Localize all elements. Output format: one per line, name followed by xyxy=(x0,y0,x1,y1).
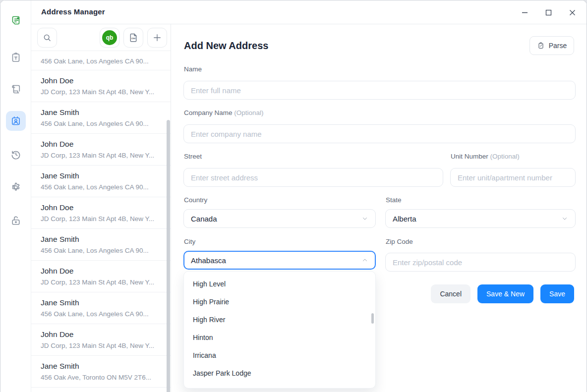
settings-gear-icon xyxy=(10,181,22,193)
search-button[interactable] xyxy=(37,28,57,48)
contact-name: John Doe xyxy=(41,329,164,339)
parse-button[interactable]: Parse xyxy=(529,36,574,55)
sidebar-item-settings[interactable] xyxy=(6,177,26,197)
contact-name: John Doe xyxy=(41,202,164,213)
list-item[interactable]: John Doe JD Corp, 123 Main St Apt 4B, Ne… xyxy=(31,70,171,102)
contact-address: 456 Oak Lane, Los Angeles CA 90... xyxy=(41,246,164,255)
city-value: Athabasca xyxy=(191,256,226,265)
list-item[interactable]: John Doe JD Corp, 123 Main St Apt 4B, Ne… xyxy=(31,261,171,292)
page-title: Add New Address xyxy=(184,40,268,52)
list-item[interactable]: John Doe JD Corp, 123 Main St Apt 4B, Ne… xyxy=(31,197,171,228)
name-label: Name xyxy=(184,65,202,73)
contact-list-scrollbar[interactable] xyxy=(167,120,170,392)
list-item[interactable]: Jane Smith 456 Oak Lane, Los Angeles CA … xyxy=(31,229,171,260)
city-options-list: High Level High Prairie High River Hinto… xyxy=(184,275,375,382)
sidebar-item-contacts[interactable] xyxy=(6,111,26,131)
city-option[interactable]: High River xyxy=(184,311,375,329)
contacts-toolbar: qb csv xyxy=(31,24,171,51)
maximize-icon xyxy=(545,9,552,16)
window-controls xyxy=(517,5,580,20)
list-item[interactable]: John Doe JD Corp, 123 Main St Apt 4B, Ne… xyxy=(31,324,171,355)
quickbooks-import-button[interactable]: qb xyxy=(100,28,119,48)
city-option[interactable]: Jasper Park Lodge xyxy=(184,364,375,382)
parse-button-label: Parse xyxy=(549,42,567,50)
city-option[interactable]: Hinton xyxy=(184,329,375,346)
label-icon xyxy=(10,14,22,26)
csv-file-icon: csv xyxy=(128,32,139,43)
close-icon xyxy=(569,9,576,16)
app-window: Address Manager xyxy=(0,0,587,392)
minimize-button[interactable] xyxy=(517,5,532,20)
close-button[interactable] xyxy=(565,5,580,20)
contact-address: JD Corp, 123 Main St Apt 4B, New Y... xyxy=(41,278,164,287)
city-label: City xyxy=(184,238,195,245)
chevron-up-icon xyxy=(361,257,368,264)
maximize-button[interactable] xyxy=(541,5,556,20)
minimize-icon xyxy=(522,9,528,16)
contact-name: Jane Smith xyxy=(41,170,164,181)
company-label: Company Name (Optional) xyxy=(184,109,264,116)
city-option-partial[interactable]: Hay Lakes xyxy=(184,271,375,275)
save-and-new-button[interactable]: Save & New xyxy=(477,284,533,303)
contact-name: Jane Smith xyxy=(41,297,164,308)
city-dropdown: Hay Lakes High Level High Prairie High R… xyxy=(183,271,376,389)
contact-address: 456 Oak Lane, Los Angeles CA 90... xyxy=(41,182,164,192)
dropdown-scrollbar[interactable] xyxy=(371,313,374,324)
contact-name: Jane Smith xyxy=(41,107,164,117)
svg-text:csv: csv xyxy=(131,37,136,40)
quickbooks-icon: qb xyxy=(102,30,117,45)
unit-input[interactable] xyxy=(450,168,576,187)
contact-address: JD Corp, 123 Main St Apt 4B, New Y... xyxy=(41,151,164,160)
sidebar-item-templates[interactable] xyxy=(6,48,26,67)
city-select[interactable]: Athabasca xyxy=(183,251,376,270)
list-item[interactable]: Jane Smith 456 Oak Lane, Los Angeles CA … xyxy=(31,292,171,324)
contact-name: John Doe xyxy=(41,139,164,149)
list-item[interactable]: John Doe JD Corp, 123 Main St Apt 4B, Ne… xyxy=(31,134,171,165)
country-value: Canada xyxy=(191,215,217,223)
street-input[interactable] xyxy=(183,168,443,187)
clipboard-text-icon xyxy=(10,52,22,63)
contact-list[interactable]: 456 Oak Lane, Los Angeles CA 90... John … xyxy=(31,51,171,392)
list-item[interactable]: Jane Smith 456 Oak Lane, Los Angeles CA … xyxy=(31,102,171,133)
name-input[interactable] xyxy=(183,81,576,100)
contacts-panel: qb csv 456 Oak Lane, Los Angeles CA 90..… xyxy=(31,24,171,392)
list-divider xyxy=(31,387,171,388)
chevron-down-icon xyxy=(561,215,568,222)
add-contact-button[interactable] xyxy=(147,28,167,48)
list-item[interactable]: Jane Smith 456 Oak Lane, Los Angeles CA … xyxy=(31,166,171,197)
zip-label: Zip Code xyxy=(386,238,413,245)
csv-import-button[interactable]: csv xyxy=(123,28,143,48)
city-option[interactable]: High Level xyxy=(184,275,375,293)
contact-rows: John Doe JD Corp, 123 Main St Apt 4B, Ne… xyxy=(31,70,171,388)
country-label: Country xyxy=(184,196,207,204)
company-input[interactable] xyxy=(183,124,576,143)
contacts-icon xyxy=(10,115,22,127)
city-options: Hay Lakes xyxy=(184,271,375,275)
save-button[interactable]: Save xyxy=(540,284,574,303)
list-item[interactable]: Jane Smith 456 Oak Ave, Toronto ON M5V 2… xyxy=(31,356,171,387)
state-select[interactable]: Alberta xyxy=(385,209,576,228)
contact-name: Jane Smith xyxy=(41,234,164,244)
cancel-button[interactable]: Cancel xyxy=(431,284,470,303)
titlebar: Address Manager xyxy=(0,0,587,24)
city-option[interactable]: High Prairie xyxy=(184,293,375,311)
city-option[interactable]: Irricana xyxy=(184,346,375,364)
zip-input[interactable] xyxy=(385,253,576,272)
contact-address: JD Corp, 123 Main St Apt 4B, New Y... xyxy=(41,341,164,350)
contact-address: 456 Oak Lane, Los Angeles CA 90... xyxy=(41,57,164,65)
chevron-down-icon xyxy=(361,215,368,222)
list-item-partial[interactable]: 456 Oak Lane, Los Angeles CA 90... xyxy=(31,51,171,70)
contact-address: JD Corp, 123 Main St Apt 4B, New Y... xyxy=(41,87,164,97)
sidebar-item-documents[interactable] xyxy=(6,79,26,99)
contact-address: 456 Oak Lane, Los Angeles CA 90... xyxy=(41,309,164,319)
paste-icon xyxy=(537,42,545,50)
contact-address: JD Corp, 123 Main St Apt 4B, New Y... xyxy=(41,214,164,224)
country-select[interactable]: Canada xyxy=(183,209,376,228)
sidebar-item-history[interactable] xyxy=(6,145,26,165)
contact-name: John Doe xyxy=(41,75,164,86)
contact-name: Jane Smith xyxy=(41,361,164,371)
scroll-icon xyxy=(10,83,22,95)
sidebar-item-labels[interactable] xyxy=(6,10,26,30)
sidebar-item-security[interactable] xyxy=(6,211,26,230)
contact-address: 456 Oak Ave, Toronto ON M5V 2T6... xyxy=(41,373,164,382)
